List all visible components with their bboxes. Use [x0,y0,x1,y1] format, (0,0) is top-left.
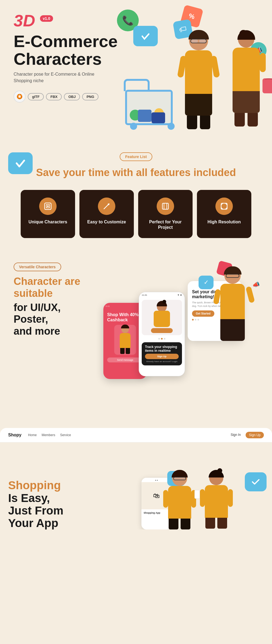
check-bubble-icon [133,26,158,46]
format-obj: OBJ [64,93,80,100]
hero-image-area: 📞 % 🏷 📣 [109,0,272,136]
screens-area: 9:41 ●●● Shop With 40% Cashback [103,276,258,406]
feature-card-customize: Easy to Customize [79,190,134,238]
customize-icon [98,198,115,215]
hero-subtitle: Character pose for E-Commerce & Online S… [14,71,95,84]
hero-section: 3D v1.0 E-Commerce Characters Character … [0,0,272,136]
website-navbar: Shopy Home Members Service Sign In Sign … [0,428,272,442]
float-blue-check-icon: ✓ [199,276,214,289]
svg-point-4 [108,204,109,205]
shop-title: Shop With 40% Cashback [107,312,143,322]
versatile-section: Versatile Characters Character are suita… [0,249,272,417]
blender-icon [14,91,26,103]
website-woman-char [199,471,234,529]
versatile-layout: Character are suitable for UI/UX, Poster… [14,276,258,406]
feature-list-badge: Feature List [120,152,152,161]
float-char-body: 📣 [220,284,245,319]
nav-signup-btn[interactable]: Sign Up [246,432,264,438]
svg-rect-6 [164,203,167,209]
versatile-float-character: ✓ 🔔 📣 [212,267,253,338]
right-card-cta-btn[interactable]: Get Started [192,310,214,317]
project-icon [157,198,174,215]
feature-card-project: Perfect for Your Project [138,190,193,238]
format-gltf: gITF [28,93,44,100]
cta-title: Track your shopping items in realtime [145,345,179,353]
nav-link-service[interactable]: Service [60,433,71,437]
project-label: Perfect for Your Project [144,219,187,231]
svg-rect-5 [162,203,168,209]
dot-2 [161,338,163,340]
unique-icon [39,198,57,215]
feature-card-unique: Unique Characters [21,190,75,238]
feature-headline: Save your time with all features include… [14,167,258,179]
feature-cards-row: Unique Characters Easy to Customize Perf… [14,190,258,238]
hero-scene: 📞 % 🏷 📣 [112,0,272,135]
cta-login-link[interactable]: Already have an account? Login [145,360,179,363]
format-fbx: FBX [46,93,62,100]
versatile-headline-orange: Character are suitable [14,276,95,299]
right-dot-2 [195,319,196,321]
center-phone-content: Track your shopping items in realtime Si… [139,298,185,368]
hero-badge-group: 3D v1.0 [14,11,53,30]
version-badge: v1.0 [40,15,53,22]
nav-actions: Sign In Sign Up [228,432,264,438]
website-hero-title-black: Is Easy, Just From Your App [8,492,76,530]
dot-1 [158,338,160,340]
nav-signin-btn[interactable]: Sign In [228,432,243,438]
float-char-pants [220,319,245,341]
section-check-bubble [8,152,33,174]
cta-signup-btn[interactable]: Sign Up [145,354,179,359]
center-phone-mock: 11:41 ▼ ⊞ [139,292,185,376]
center-phone-top-area [142,300,182,335]
website-hero-title-orange: Shopping [8,479,76,492]
unique-label: Unique Characters [26,219,70,225]
dot-3 [164,338,165,340]
website-man-char [160,471,199,529]
send-message-btn[interactable]: Send message [107,358,143,362]
versatile-text-block: Character are suitable for UI/UX, Poster… [14,276,95,337]
center-cta-box: Track your shopping items in realtime Si… [142,342,182,365]
resolution-label: High Resolution [202,219,246,225]
character-man [177,31,220,124]
website-hero-text: Shopping Is Easy, Just From Your App [8,479,76,529]
nav-link-home[interactable]: Home [28,433,37,437]
nav-link-members[interactable]: Members [42,433,55,437]
feature-card-resolution: High Resolution [197,190,251,238]
right-dot-3 [197,319,199,321]
nav-logo: Shopy [8,433,21,437]
resolution-icon [215,198,233,215]
svg-point-3 [47,205,49,207]
float-char-head [224,267,241,284]
website-hero: Shopping Is Easy, Just From Your App ● ●… [0,442,272,529]
right-dot-1 [192,319,194,321]
versatile-headline-black: for UI/UX, Poster, and more [14,302,95,337]
character-woman [226,31,267,124]
versatile-badge: Versatile Characters [14,263,61,271]
center-phone-topbar: 11:41 ▼ ⊞ [139,292,185,298]
nav-links: Home Members Service [28,433,221,437]
feature-section: Feature List Save your time with all fea… [0,136,272,249]
dots-indicator [142,338,182,340]
customize-label: Easy to Customize [85,219,128,225]
website-section: Shopy Home Members Service Sign In Sign … [0,428,272,529]
shopping-cart [125,80,180,132]
website-blue-bubble [245,472,267,491]
hero-3d-label: 3D [14,11,35,30]
format-png: PNG [82,93,98,100]
website-chars-group [160,471,234,529]
